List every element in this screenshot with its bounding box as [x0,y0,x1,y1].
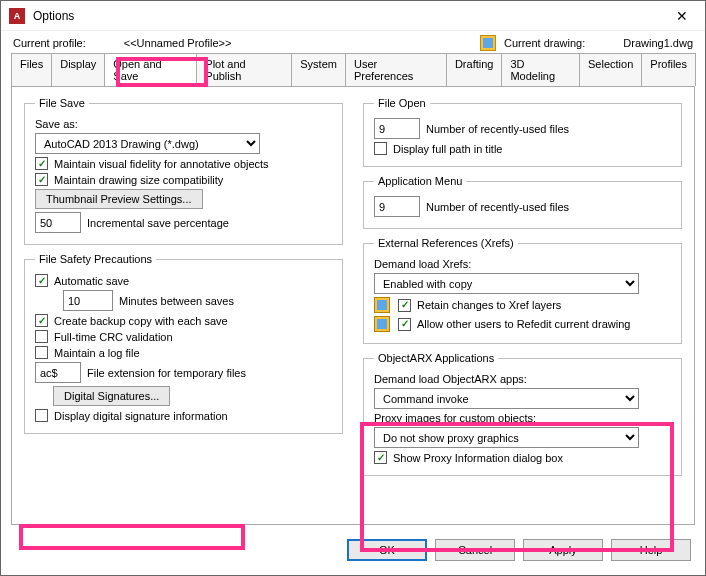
close-icon[interactable]: ✕ [667,8,697,24]
label-backup: Create backup copy with each save [54,315,228,327]
current-drawing-label: Current drawing: [504,37,585,49]
digital-signatures-button[interactable]: Digital Signatures... [53,386,170,406]
tab-files[interactable]: Files [11,53,52,86]
incremental-save-input[interactable] [35,212,81,233]
arx-demand-label: Demand load ObjectARX apps: [374,373,527,385]
checkbox-autosave[interactable] [35,274,48,287]
cancel-button[interactable]: Cancel [435,539,515,561]
app-icon: A [9,8,25,24]
group-file-open: File Open Number of recently-used files … [363,97,682,167]
arx-demand-select[interactable]: Command invoke [374,388,639,409]
legend-app-menu: Application Menu [374,175,466,187]
titlebar: A Options ✕ [1,1,705,31]
label-display-sig: Display digital signature information [54,410,228,422]
tab-display[interactable]: Display [51,53,105,86]
tab-drafting[interactable]: Drafting [446,53,503,86]
drawing-icon [480,35,496,51]
label-compat: Maintain drawing size compatibility [54,174,223,186]
autosave-minutes-label: Minutes between saves [119,295,234,307]
legend-file-open: File Open [374,97,430,109]
save-as-label: Save as: [35,118,78,130]
xref-demand-label: Demand load Xrefs: [374,258,471,270]
apply-button[interactable]: Apply [523,539,603,561]
legend-file-save: File Save [35,97,89,109]
thumbnail-settings-button[interactable]: Thumbnail Preview Settings... [35,189,203,209]
label-logfile: Maintain a log file [54,347,140,359]
group-objectarx: ObjectARX Applications Demand load Objec… [363,352,682,476]
options-window: A Options ✕ Current profile: <<Unnamed P… [0,0,706,576]
help-button[interactable]: Help [611,539,691,561]
left-column: File Save Save as: AutoCAD 2013 Drawing … [24,97,343,518]
tab-3d-modeling[interactable]: 3D Modeling [501,53,580,86]
current-profile-label: Current profile: [13,37,86,49]
recent-files-label: Number of recently-used files [426,123,569,135]
drawing-icon [374,316,390,332]
tab-user-preferences[interactable]: User Preferences [345,53,447,86]
appmenu-recent-input[interactable] [374,196,420,217]
proxy-images-select[interactable]: Do not show proxy graphics [374,427,639,448]
group-xrefs: External References (Xrefs) Demand load … [363,237,682,344]
xref-demand-select[interactable]: Enabled with copy [374,273,639,294]
current-drawing-value: Drawing1.dwg [623,37,693,49]
ok-button[interactable]: OK [347,539,427,561]
recent-files-input[interactable] [374,118,420,139]
tab-open-and-save[interactable]: Open and Save [104,53,197,86]
checkbox-refedit[interactable] [398,318,411,331]
save-as-select[interactable]: AutoCAD 2013 Drawing (*.dwg) [35,133,260,154]
group-file-safety: File Safety Precautions Automatic save M… [24,253,343,434]
temp-ext-label: File extension for temporary files [87,367,246,379]
label-fullpath: Display full path in title [393,143,502,155]
checkbox-fullpath[interactable] [374,142,387,155]
label-retain-xref: Retain changes to Xref layers [417,299,561,311]
tab-plot-and-publish[interactable]: Plot and Publish [196,53,292,86]
legend-xrefs: External References (Xrefs) [374,237,518,249]
dialog-buttons: OK Cancel Apply Help [1,531,705,575]
tab-selection[interactable]: Selection [579,53,642,86]
tab-system[interactable]: System [291,53,346,86]
label-autosave: Automatic save [54,275,129,287]
checkbox-logfile[interactable] [35,346,48,359]
checkbox-retain-xref[interactable] [398,299,411,312]
checkbox-backup[interactable] [35,314,48,327]
temp-ext-input[interactable] [35,362,81,383]
tab-profiles[interactable]: Profiles [641,53,696,86]
label-annotative: Maintain visual fidelity for annotative … [54,158,269,170]
current-profile-value: <<Unnamed Profile>> [124,37,232,49]
legend-file-safety: File Safety Precautions [35,253,156,265]
checkbox-display-sig[interactable] [35,409,48,422]
group-file-save: File Save Save as: AutoCAD 2013 Drawing … [24,97,343,245]
checkbox-crc[interactable] [35,330,48,343]
autosave-minutes-input[interactable] [63,290,113,311]
drawing-icon [374,297,390,313]
group-app-menu: Application Menu Number of recently-used… [363,175,682,229]
checkbox-annotative[interactable] [35,157,48,170]
appmenu-recent-label: Number of recently-used files [426,201,569,213]
label-show-proxy: Show Proxy Information dialog box [393,452,563,464]
checkbox-show-proxy[interactable] [374,451,387,464]
window-title: Options [33,9,667,23]
incremental-save-label: Incremental save percentage [87,217,229,229]
tab-strip: Files Display Open and Save Plot and Pub… [1,53,705,86]
label-refedit: Allow other users to Refedit current dra… [417,318,630,330]
tab-content: File Save Save as: AutoCAD 2013 Drawing … [11,86,695,525]
checkbox-compat[interactable] [35,173,48,186]
label-crc: Full-time CRC validation [54,331,173,343]
legend-objectarx: ObjectARX Applications [374,352,498,364]
right-column: File Open Number of recently-used files … [363,97,682,518]
proxy-images-label: Proxy images for custom objects: [374,412,536,424]
header-row: Current profile: <<Unnamed Profile>> Cur… [1,31,705,53]
